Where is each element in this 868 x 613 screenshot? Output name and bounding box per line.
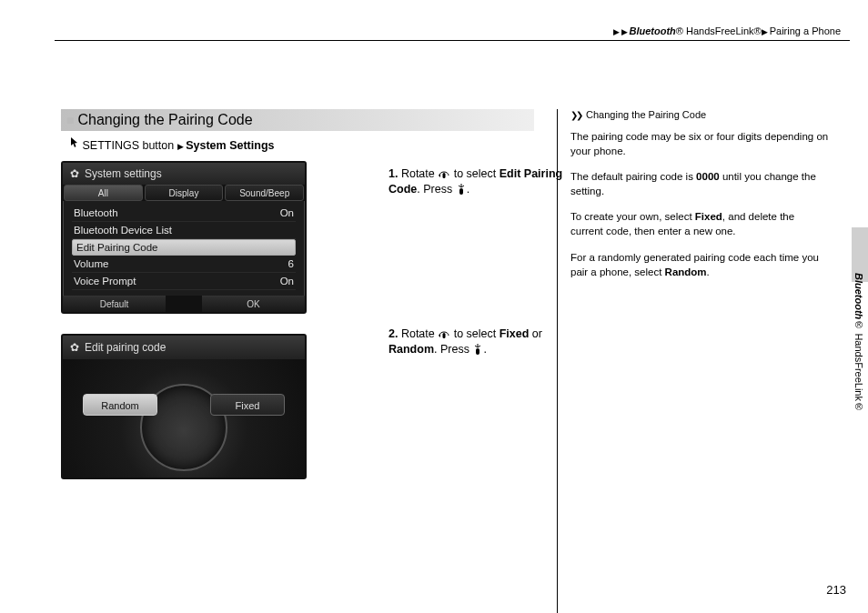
triangle-icon: ▶ [177, 142, 187, 151]
screenshot1-bottom-bar: Default OK [63, 296, 305, 312]
step-number: 2. [389, 327, 398, 340]
gear-icon: ✿ [70, 167, 79, 180]
list-item-selected: Edit Pairing Code [72, 239, 296, 256]
list-item: BluetoothOn [72, 205, 296, 222]
navigation-path: SETTINGS button ▶ System Settings [70, 136, 534, 152]
page-number: 213 [826, 583, 846, 597]
screenshot1-title: System settings [85, 167, 162, 180]
breadcrumb-part2: Pairing a Phone [770, 25, 841, 36]
sidebar-paragraph: The default pairing code is 0000 until y… [570, 169, 830, 198]
svg-rect-1 [443, 173, 446, 178]
tab-all: All [64, 185, 143, 201]
step-number: 1. [389, 167, 398, 180]
press-button-icon [472, 343, 483, 356]
list-item: Volume6 [72, 256, 296, 273]
sidebar-heading: ❯❯ Changing the Pairing Code [570, 109, 830, 120]
double-chevron-icon: ❯❯ [570, 110, 581, 120]
screenshot2-title: Edit pairing code [85, 341, 166, 354]
section-title: ■Changing the Pairing Code [61, 109, 534, 131]
screenshot2-body: Random Fixed [63, 359, 305, 477]
svg-rect-2 [459, 188, 463, 195]
rotate-knob-icon [438, 328, 450, 339]
sidebar-paragraph: The pairing code may be six or four digi… [570, 129, 830, 158]
default-button: Default [63, 296, 166, 312]
rotate-knob-icon [438, 168, 450, 179]
screenshot1-title-bar: ✿ System settings [63, 163, 305, 185]
breadcrumb-part1-italic: Bluetooth [630, 25, 676, 36]
tab-sound-beep: Sound/Beep [225, 185, 304, 201]
press-button-icon [456, 183, 467, 196]
svg-rect-5 [476, 348, 479, 355]
screenshot1-tabs: All Display Sound/Beep [63, 185, 305, 201]
screenshot1-list: BluetoothOn Bluetooth Device List Edit P… [63, 201, 305, 296]
breadcrumb-part1-rest: ® HandsFreeLink® [676, 25, 762, 36]
header-rule [55, 40, 850, 41]
option-random: Random [83, 394, 157, 416]
triangle-icon: ▶ [762, 27, 768, 36]
option-fixed: Fixed [210, 394, 285, 416]
sidebar-paragraph: For a randomly generated pairing code ea… [570, 250, 830, 279]
triangle-icon: ▶ [621, 27, 628, 36]
screenshot-edit-pairing-code: ✿ Edit pairing code Random Fixed [61, 334, 307, 479]
list-item: Bluetooth Device List [72, 222, 296, 239]
screenshot2-title-bar: ✿ Edit pairing code [63, 336, 305, 359]
breadcrumb: ▶▶Bluetooth® HandsFreeLink®▶Pairing a Ph… [613, 25, 841, 36]
triangle-icon: ▶ [613, 27, 620, 36]
nav-prefix: SETTINGS button [82, 139, 174, 152]
square-bullet-icon: ■ [66, 113, 74, 127]
sidebar-paragraph: To create your own, select Fixed, and de… [570, 209, 830, 238]
sidebar-notes: ❯❯ Changing the Pairing Code The pairing… [557, 109, 830, 613]
ok-button: OK [202, 296, 305, 312]
section-title-text: Changing the Pairing Code [77, 112, 252, 127]
svg-rect-4 [443, 333, 446, 338]
gear-icon: ✿ [70, 341, 79, 354]
tab-display: Display [145, 185, 224, 201]
edge-label: Bluetooth® HandsFreeLink® [853, 273, 864, 412]
cursor-icon [70, 136, 79, 152]
nav-target: System Settings [186, 139, 274, 152]
screenshot-system-settings: ✿ System settings All Display Sound/Beep… [61, 161, 307, 314]
list-item: Voice PromptOn [72, 273, 296, 290]
